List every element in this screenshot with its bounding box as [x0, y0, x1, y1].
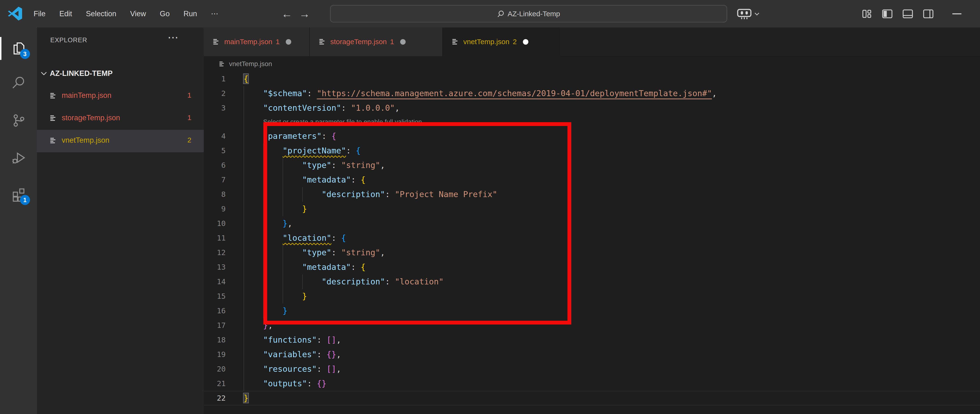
code-line-14[interactable]: 14 "description": "location": [204, 274, 980, 289]
tab-mainTemp.json[interactable]: mainTemp.json1: [204, 27, 310, 56]
folder-name: AZ-LINKED-TEMP: [50, 69, 113, 78]
modified-dot-icon: [286, 39, 291, 45]
problem-count-badge: 2: [187, 136, 191, 144]
code-line-18[interactable]: 18 "functions": [],: [204, 332, 980, 347]
explorer-badge: 3: [20, 49, 30, 59]
tab-vnetTemp.json[interactable]: vnetTemp.json2: [443, 27, 560, 56]
menu-view[interactable]: View: [123, 10, 153, 18]
minimize-window-icon[interactable]: [948, 0, 965, 27]
code-editor[interactable]: 1{2 "$schema": "https://schema.managemen…: [204, 72, 980, 405]
problem-count-badge: 1: [187, 113, 191, 122]
search-value: AZ-Linked-Temp: [508, 10, 560, 18]
toggle-secondary-sidebar-icon[interactable]: [920, 0, 937, 27]
code-line-17[interactable]: 17 },: [204, 318, 980, 332]
activity-bar: 3: [0, 27, 37, 414]
line-number: 4: [204, 129, 226, 144]
code-line-22[interactable]: 22}: [204, 391, 980, 405]
codelens-parameter-file[interactable]: Select or create a parameter file to ena…: [204, 115, 980, 129]
tab-problem-count: 2: [513, 38, 517, 46]
back-arrow-icon[interactable]: ←: [279, 0, 294, 27]
line-number: 9: [204, 201, 226, 216]
copilot-icon: [737, 8, 751, 19]
copilot-menu[interactable]: [737, 0, 760, 27]
file-row-mainTemp.json[interactable]: mainTemp.json1: [37, 85, 204, 107]
menu-file[interactable]: File: [27, 10, 52, 18]
code-line-4[interactable]: 4 "parameters": {: [204, 129, 980, 144]
code-line-3[interactable]: 3 "contentVersion": "1.0.0.0",: [204, 101, 980, 115]
code-line-6[interactable]: 6 "type": "string",: [204, 158, 980, 173]
code-line-20[interactable]: 20 "resources": [],: [204, 362, 980, 376]
code-line-19[interactable]: 19 "variables": {},: [204, 347, 980, 362]
code-line-15[interactable]: 15 }: [204, 289, 980, 304]
code-line-21[interactable]: 21 "outputs": {}: [204, 376, 980, 391]
line-number: 7: [204, 173, 226, 187]
code-line-8[interactable]: 8 "description": "Project Name Prefix": [204, 187, 980, 201]
file-row-vnetTemp.json[interactable]: vnetTemp.json2: [37, 130, 204, 152]
line-number: 5: [204, 144, 226, 158]
folder-row[interactable]: AZ-LINKED-TEMP: [37, 62, 204, 85]
explorer-more-actions-icon[interactable]: ⋯: [167, 31, 179, 44]
json-file-icon: [49, 114, 57, 122]
breadcrumb-file: vnetTemp.json: [229, 60, 272, 68]
code-line-13[interactable]: 13 "metadata": {: [204, 260, 980, 274]
chevron-down-icon: [753, 10, 760, 18]
activity-search[interactable]: [0, 69, 37, 97]
forward-arrow-icon[interactable]: →: [297, 0, 312, 27]
file-name: storageTemp.json: [62, 113, 120, 122]
file-row-storageTemp.json[interactable]: storageTemp.json1: [37, 107, 204, 130]
line-number: 20: [204, 362, 226, 376]
code-line-2[interactable]: 2 "$schema": "https://schema.management.…: [204, 86, 980, 101]
line-number: 6: [204, 158, 226, 173]
json-file-icon: [218, 61, 226, 67]
explorer-title: EXPLORER: [50, 37, 87, 44]
code-line-5[interactable]: 5 "projectName": {: [204, 144, 980, 158]
line-number: 18: [204, 332, 226, 347]
code-line-9[interactable]: 9 }: [204, 201, 980, 216]
codelens-text: Select or create a parameter file to ena…: [263, 115, 427, 129]
code-line-16[interactable]: 16 }: [204, 304, 980, 318]
problem-count-badge: 1: [187, 91, 191, 99]
code-line-7[interactable]: 7 "metadata": {: [204, 173, 980, 187]
tab-label: mainTemp.json: [224, 38, 272, 46]
explorer-header: EXPLORER ⋯: [37, 34, 204, 48]
activity-extensions[interactable]: 1: [0, 180, 37, 209]
line-number: 11: [204, 231, 226, 245]
menu-bar: FileEditSelectionViewGoRun⋯: [27, 0, 225, 27]
toggle-primary-sidebar-icon[interactable]: [879, 0, 896, 27]
file-list: mainTemp.json1storageTemp.json1vnetTemp.…: [37, 85, 204, 152]
vscode-logo-icon: [7, 6, 23, 21]
vscode-window: FileEditSelectionViewGoRun⋯ ← → AZ-Linke…: [0, 0, 980, 414]
line-number: 22: [204, 391, 226, 405]
tab-storageTemp.json[interactable]: storageTemp.json1: [310, 27, 443, 56]
menu-run[interactable]: Run: [177, 10, 204, 18]
toggle-panel-icon[interactable]: [899, 0, 916, 27]
json-file-icon: [452, 38, 460, 46]
code-line-10[interactable]: 10 },: [204, 216, 980, 231]
code-line-1[interactable]: 1{: [204, 72, 980, 86]
activity-run-debug[interactable]: [0, 144, 37, 172]
file-name: vnetTemp.json: [62, 136, 110, 145]
tab-problem-count: 1: [276, 38, 280, 46]
tab-label: storageTemp.json: [330, 38, 387, 46]
code-line-12[interactable]: 12 "type": "string",: [204, 245, 980, 260]
editor-group: mainTemp.json1storageTemp.json1vnetTemp.…: [204, 27, 980, 414]
menu-selection[interactable]: Selection: [79, 10, 123, 18]
menu-go[interactable]: Go: [153, 10, 177, 18]
line-number: 17: [204, 318, 226, 332]
activity-explorer[interactable]: 3: [0, 34, 37, 63]
command-center-search[interactable]: AZ-Linked-Temp: [330, 5, 727, 22]
json-file-icon: [318, 38, 326, 46]
code-line-11[interactable]: 11 "location": {: [204, 231, 980, 245]
breadcrumb[interactable]: vnetTemp.json: [204, 56, 980, 72]
tab-label: vnetTemp.json: [463, 38, 509, 46]
customize-layout-icon[interactable]: [859, 0, 875, 27]
source-control-icon: [11, 113, 26, 128]
line-number: 8: [204, 187, 226, 201]
menu-edit[interactable]: Edit: [52, 10, 79, 18]
line-number: 13: [204, 260, 226, 274]
menu-[interactable]: ⋯: [204, 9, 225, 18]
modified-dot-icon: [523, 39, 528, 45]
line-number: 1: [204, 72, 226, 86]
activity-source-control[interactable]: [0, 106, 37, 135]
line-number: 14: [204, 274, 226, 289]
